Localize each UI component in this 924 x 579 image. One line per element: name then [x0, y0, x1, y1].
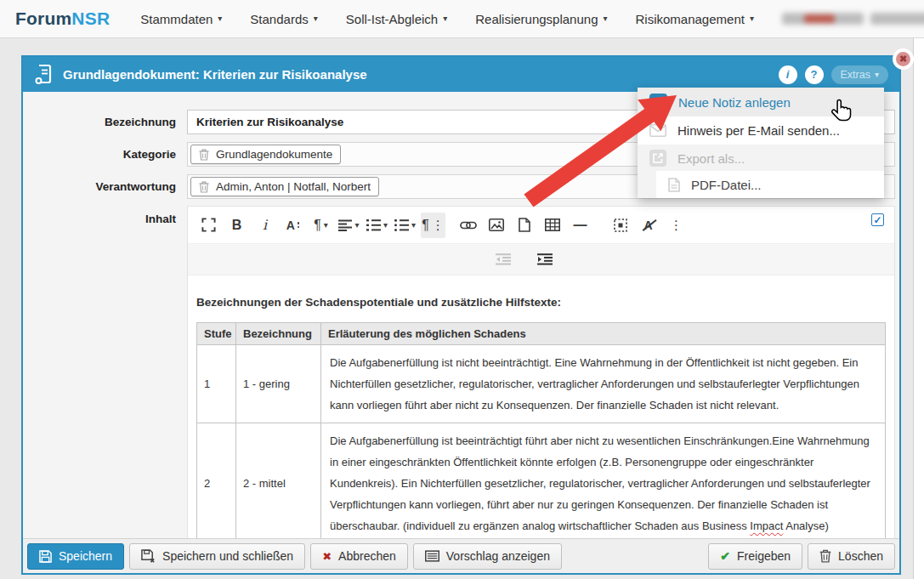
- file-button[interactable]: [512, 213, 536, 238]
- trash-icon[interactable]: [199, 149, 209, 161]
- menu-item-hinweis-email[interactable]: Hinweis per E-Mail senden...: [638, 116, 884, 145]
- paragraph-icon: ¶: [422, 218, 429, 233]
- extras-button[interactable]: Extras ▾: [831, 65, 888, 84]
- misspelled-word: Impact: [750, 519, 783, 532]
- nav-item-label: Standards: [250, 12, 308, 26]
- menu-item-pdf-datei[interactable]: PDF-Datei...: [656, 171, 884, 198]
- nav-item-standards[interactable]: Standards ▾: [250, 12, 317, 26]
- verantwortung-chip: Admin, Anton | Notfall, Norbert: [190, 177, 379, 196]
- field-label-inhalt: Inhalt: [23, 213, 176, 225]
- chevron-down-icon: ▾: [354, 221, 359, 230]
- save-icon: [39, 550, 52, 563]
- cell-text: Analyse): [783, 519, 828, 532]
- menu-item-label: Hinweis per E-Mail senden...: [677, 123, 840, 138]
- cell-erlaeuterung: Die Aufgabenerfüllung ist beeinträchtigt…: [321, 423, 886, 541]
- help-button[interactable]: ?: [805, 65, 824, 84]
- nav-item-realisierungsplanung[interactable]: Realisierungsplanung ▾: [475, 12, 607, 26]
- document-scroll-icon: [34, 64, 53, 85]
- ordered-list-icon: [366, 219, 381, 231]
- menu-item-export-als: Export als...: [638, 145, 884, 171]
- user-name-redacted: [870, 13, 924, 25]
- outdent-button: [491, 247, 516, 272]
- dots-vertical-icon: ⋮: [670, 218, 683, 233]
- unordered-list-button[interactable]: ▾: [393, 213, 417, 238]
- select-all-icon: [614, 219, 627, 232]
- save-and-close-button[interactable]: Speichern und schließen: [129, 543, 305, 570]
- font-size-button[interactable]: A: [281, 213, 305, 238]
- chevron-down-icon: ▾: [218, 14, 222, 23]
- more-options-button[interactable]: ⋮: [664, 213, 689, 238]
- delete-button[interactable]: Löschen: [808, 543, 895, 570]
- chevron-down-icon: ▾: [603, 14, 607, 23]
- indent-button[interactable]: [533, 247, 558, 272]
- table-icon: [545, 219, 560, 231]
- save-close-icon: [141, 549, 156, 564]
- cell-text: Die Aufgabenerfüllung ist beeinträchtigt…: [330, 434, 870, 532]
- cell-stufe: 1: [197, 345, 236, 423]
- editor-toolbar-row2: [188, 244, 894, 275]
- cell-erlaeuterung: Die Aufgabenerfüllung ist nicht beeinträ…: [321, 345, 886, 423]
- unordered-list-icon: [394, 219, 409, 231]
- extras-dropdown-menu: Neue Notiz anlegen Hinweis per E-Mail se…: [638, 88, 884, 198]
- envelope-icon: [649, 124, 666, 137]
- user-menu[interactable]: (ADMINISTRATOR) ▾: [782, 13, 924, 25]
- page-right-gutter: [913, 38, 924, 579]
- chevron-down-icon: ▾: [411, 221, 416, 230]
- nav-item-label: Risikomanagement: [636, 12, 745, 26]
- pdf-file-icon: [668, 178, 680, 192]
- bold-button[interactable]: B: [224, 213, 249, 238]
- file-icon: [519, 218, 530, 232]
- column-header-erlaeuterung: Erläuterung des möglichen Schadens: [321, 323, 886, 345]
- nav-item-risikomanagement[interactable]: Risikomanagement ▾: [636, 12, 754, 26]
- modal-footer: Speichern Speichern und schließen ✖ Abbr…: [23, 538, 899, 573]
- menu-item-label: Neue Notiz anlegen: [678, 95, 791, 110]
- modal-title: Grundlagendokument: Kriterien zur Risiko…: [63, 67, 367, 82]
- user-name-redacted: [782, 13, 864, 25]
- cell-stufe: 2: [197, 423, 236, 541]
- table-row: 2 2 - mittel Die Aufgabenerfüllung ist b…: [197, 423, 886, 541]
- trash-icon[interactable]: [199, 181, 209, 193]
- link-button[interactable]: [456, 213, 480, 238]
- content-heading: Bezeichnungen der Schadenspotentiale und…: [196, 296, 886, 309]
- editor-content[interactable]: Bezeichnungen der Schadenspotentiale und…: [188, 275, 894, 540]
- clear-format-icon: A: [643, 219, 652, 232]
- outdent-icon: [496, 253, 511, 265]
- table-button[interactable]: [540, 213, 564, 238]
- app-logo-part2: NSR: [71, 9, 110, 28]
- editor-checkbox[interactable]: ✓: [871, 213, 884, 226]
- verantwortung-chip-label: Admin, Anton | Notfall, Norbert: [216, 180, 371, 193]
- align-button[interactable]: ▾: [337, 213, 361, 238]
- ordered-list-button[interactable]: ▾: [365, 213, 389, 238]
- info-button[interactable]: i: [779, 65, 797, 84]
- italic-button[interactable]: i: [252, 213, 277, 238]
- field-label-bezeichnung: Bezeichnung: [23, 116, 176, 128]
- column-header-stufe: Stufe: [197, 323, 236, 345]
- close-button[interactable]: ✖: [893, 48, 914, 70]
- horizontal-rule-button[interactable]: —: [568, 213, 592, 238]
- paragraph-format-button[interactable]: ¶ ▾: [309, 213, 333, 238]
- show-suggestion-button[interactable]: Vorschlag anzeigen: [413, 543, 562, 570]
- clear-format-button[interactable]: A: [636, 213, 660, 238]
- app-logo[interactable]: ForumNSR: [15, 9, 110, 29]
- kategorie-chip-label: Grundlagendokumente: [216, 148, 332, 161]
- indent-icon: [537, 253, 553, 265]
- nav-item-stammdaten[interactable]: Stammdaten ▾: [140, 12, 222, 26]
- paragraph-style-button[interactable]: ¶ ⋮: [421, 213, 445, 238]
- nav-item-soll-ist-abgleich[interactable]: Soll-Ist-Abgleich ▾: [346, 12, 447, 26]
- save-button[interactable]: Speichern: [27, 543, 124, 570]
- top-navbar: ForumNSR Stammdaten ▾ Standards ▾ Soll-I…: [0, 0, 924, 38]
- content-table: Stufe Bezeichnung Erläuterung des möglic…: [196, 322, 886, 540]
- menu-item-neue-notiz[interactable]: Neue Notiz anlegen: [638, 88, 884, 116]
- chevron-down-icon: ▾: [750, 14, 754, 23]
- cancel-button[interactable]: ✖ Abbrechen: [310, 543, 408, 570]
- release-button[interactable]: ✔ Freigeben: [708, 543, 802, 570]
- note-icon: [649, 94, 667, 111]
- font-size-dots-icon: [298, 222, 300, 228]
- dots-vertical-icon: ⋮: [432, 218, 445, 233]
- image-button[interactable]: [484, 213, 508, 238]
- table-row: 1 1 - gering Die Aufgabenerfüllung ist n…: [197, 345, 886, 423]
- editor-toolbar-row1: B i A ¶ ▾ ▾: [188, 207, 894, 244]
- fullscreen-button[interactable]: [196, 213, 221, 238]
- select-all-button[interactable]: [608, 213, 632, 238]
- save-and-close-button-label: Speichern und schließen: [162, 549, 293, 563]
